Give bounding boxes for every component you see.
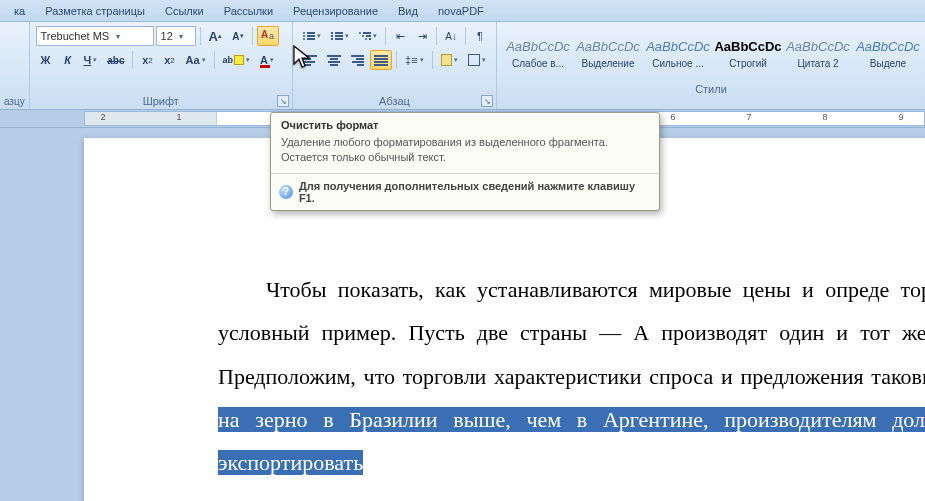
tooltip-popup: Очистить формат Удаление любого форматир…: [270, 112, 660, 211]
separator: [436, 27, 437, 45]
decrease-indent-button[interactable]: ⇤: [390, 26, 410, 46]
clipboard-label-stub: азцу: [4, 96, 25, 107]
style-label: Сильное ...: [652, 58, 704, 69]
styles-group-label: Стили: [497, 82, 925, 97]
style-preview-icon: AaBbCcDc: [714, 39, 781, 54]
separator: [200, 27, 201, 45]
change-case-button[interactable]: Aa▾: [181, 50, 209, 70]
menu-item[interactable]: Вид: [388, 3, 428, 19]
font-size-combo[interactable]: 12 ▾: [156, 26, 196, 46]
clear-format-icon: [261, 31, 275, 41]
separator: [432, 51, 433, 69]
clear-formatting-button[interactable]: [257, 26, 279, 46]
separator: [252, 27, 253, 45]
subscript-button[interactable]: x2: [137, 50, 157, 70]
menu-item[interactable]: Рецензирование: [283, 3, 388, 19]
font-color-swatch-icon: [260, 65, 270, 68]
highlight-swatch-icon: [234, 55, 244, 65]
grow-font-button[interactable]: A▴: [205, 26, 226, 46]
menu-item[interactable]: ка: [4, 3, 35, 19]
style-label: Выделение: [582, 58, 635, 69]
sort-icon: A↓: [445, 31, 457, 42]
menu-item[interactable]: Разметка страницы: [35, 3, 155, 19]
dialog-launcher-icon[interactable]: ↘: [277, 95, 289, 107]
style-preview-icon: AaBbCcDc: [856, 39, 920, 54]
highlight-button[interactable]: ab▾: [219, 50, 255, 70]
underline-button[interactable]: Ч▾: [80, 50, 102, 70]
align-left-button[interactable]: [299, 50, 321, 70]
multilevel-button[interactable]: ▾: [355, 26, 381, 46]
style-label: Слабое в...: [512, 58, 564, 69]
increase-indent-button[interactable]: ⇥: [412, 26, 432, 46]
font-size-value: 12: [161, 30, 173, 42]
menu-bar: ка Разметка страницы Ссылки Рассылки Рец…: [0, 0, 925, 22]
clipboard-group-stub: азцу: [0, 22, 30, 109]
style-item[interactable]: AaBbCcDc Цитата 2: [783, 26, 853, 82]
bullets-icon: [303, 31, 315, 41]
align-center-button[interactable]: [323, 50, 345, 70]
style-item[interactable]: AaBbCcDc Слабое в...: [503, 26, 573, 82]
font-name-value: Trebuchet MS: [41, 30, 110, 42]
separator: [385, 27, 386, 45]
separator: [396, 51, 397, 69]
dialog-launcher-icon[interactable]: ↘: [481, 95, 493, 107]
shrink-font-button[interactable]: A▾: [228, 26, 248, 46]
line-spacing-button[interactable]: ‡≡▾: [401, 50, 427, 70]
tooltip-footer: ? Для получения дополнительных сведений …: [271, 173, 659, 210]
align-right-button[interactable]: [347, 50, 369, 70]
ribbon: азцу Trebuchet MS ▾ 12 ▾ A▴ A▾: [0, 22, 925, 110]
document-text[interactable]: Чтобы показать, как устанавливаются миро…: [218, 268, 925, 485]
font-group-label: Шрифт ↘: [30, 94, 292, 109]
sort-button[interactable]: A↓: [441, 26, 461, 46]
separator: [132, 51, 133, 69]
numbering-icon: [331, 31, 343, 41]
justify-icon: [374, 54, 388, 67]
style-item[interactable]: AaBbCcDc Строгий: [713, 26, 783, 82]
style-label: Выделе: [870, 58, 906, 69]
separator: [465, 27, 466, 45]
decrease-indent-icon: ⇤: [396, 30, 405, 43]
style-label: Строгий: [729, 58, 767, 69]
align-center-icon: [327, 54, 341, 67]
style-preview-icon: AaBbCcDc: [576, 39, 640, 54]
shading-icon: [441, 54, 453, 66]
style-preview-icon: AaBbCcDc: [646, 39, 710, 54]
chevron-down-icon: ▾: [113, 32, 122, 41]
menu-item[interactable]: novaPDF: [428, 3, 494, 19]
tooltip-title: Очистить формат: [271, 113, 659, 133]
line-spacing-icon: ‡≡: [405, 54, 418, 66]
paragraph-group: ▾ ▾ ▾ ⇤ ⇥ A↓ ¶ ‡≡▾ ▾ ▾: [293, 22, 497, 109]
style-preview-icon: AaBbCcDc: [506, 39, 570, 54]
styles-group: AaBbCcDc Слабое в... AaBbCcDc Выделение …: [497, 22, 925, 109]
borders-icon: [468, 54, 480, 66]
multilevel-icon: [359, 31, 371, 41]
chevron-down-icon: ▾: [177, 32, 186, 41]
align-right-icon: [351, 54, 365, 67]
font-group: Trebuchet MS ▾ 12 ▾ A▴ A▾ Ж К Ч▾ a: [30, 22, 293, 109]
separator: [214, 51, 215, 69]
bold-button[interactable]: Ж: [36, 50, 56, 70]
style-item[interactable]: AaBbCcDc Сильное ...: [643, 26, 713, 82]
style-preview-icon: AaBbCcDc: [786, 39, 850, 54]
menu-item[interactable]: Рассылки: [214, 3, 283, 19]
style-item[interactable]: AaBbCcDc Выделение: [573, 26, 643, 82]
justify-button[interactable]: [370, 50, 392, 70]
font-color-button[interactable]: A▾: [256, 50, 278, 70]
superscript-button[interactable]: x2: [159, 50, 179, 70]
borders-button[interactable]: ▾: [464, 50, 490, 70]
menu-item[interactable]: Ссылки: [155, 3, 214, 19]
style-item[interactable]: AaBbCcDc Выделе: [853, 26, 923, 82]
bullets-button[interactable]: ▾: [299, 26, 325, 46]
shading-button[interactable]: ▾: [437, 50, 463, 70]
tooltip-body: Удаление любого форматирования из выделе…: [271, 133, 659, 173]
numbering-button[interactable]: ▾: [327, 26, 353, 46]
strikethrough-button[interactable]: abc: [103, 50, 128, 70]
help-icon: ?: [279, 185, 293, 199]
increase-indent-icon: ⇥: [418, 30, 427, 43]
italic-button[interactable]: К: [58, 50, 78, 70]
style-label: Цитата 2: [797, 58, 838, 69]
align-left-icon: [303, 54, 317, 67]
pilcrow-icon: ¶: [477, 30, 483, 42]
font-name-combo[interactable]: Trebuchet MS ▾: [36, 26, 154, 46]
show-marks-button[interactable]: ¶: [470, 26, 490, 46]
